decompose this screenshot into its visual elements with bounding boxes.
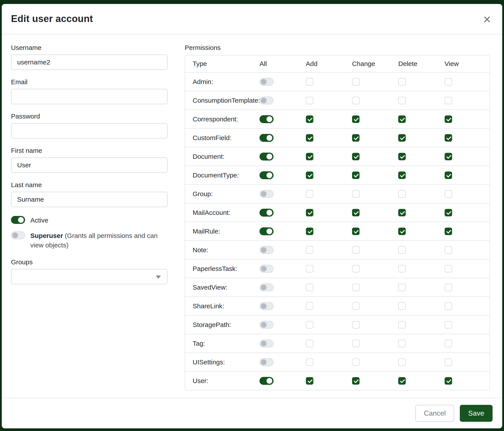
permission-add-checkbox[interactable] <box>306 359 313 366</box>
permission-delete-checkbox[interactable] <box>398 171 406 179</box>
cancel-button[interactable]: Cancel <box>415 405 454 422</box>
toggle-knob <box>261 98 267 103</box>
permission-all-toggle[interactable] <box>260 283 274 291</box>
permission-add-checkbox[interactable] <box>306 321 313 329</box>
permission-view-checkbox[interactable] <box>445 134 452 142</box>
permission-change-checkbox[interactable] <box>352 246 360 254</box>
permission-delete-checkbox[interactable] <box>398 78 406 86</box>
permission-add-checkbox[interactable] <box>306 153 313 160</box>
permission-all-toggle[interactable] <box>260 153 274 161</box>
permission-view-checkbox[interactable] <box>445 321 452 329</box>
permission-delete-checkbox[interactable] <box>398 97 406 104</box>
permission-change-checkbox[interactable] <box>352 265 360 272</box>
superuser-toggle[interactable] <box>11 231 25 239</box>
permission-add-checkbox[interactable] <box>306 284 313 291</box>
permission-delete-checkbox[interactable] <box>398 209 406 216</box>
permission-all-toggle[interactable] <box>260 97 274 104</box>
permission-change-checkbox[interactable] <box>352 190 360 198</box>
permission-add-checkbox[interactable] <box>306 228 313 235</box>
permission-view-checkbox[interactable] <box>445 190 452 198</box>
permission-all-toggle[interactable] <box>260 377 274 385</box>
permission-add-checkbox[interactable] <box>306 97 313 104</box>
permission-all-toggle[interactable] <box>260 190 274 198</box>
permission-delete-checkbox[interactable] <box>398 377 406 385</box>
permission-all-toggle[interactable] <box>260 340 274 347</box>
permission-add-checkbox[interactable] <box>306 246 313 254</box>
permission-change-checkbox[interactable] <box>352 171 360 179</box>
permission-change-checkbox[interactable] <box>352 321 360 329</box>
permission-change-checkbox[interactable] <box>352 209 360 216</box>
permission-delete-checkbox[interactable] <box>398 302 406 310</box>
permission-change-checkbox[interactable] <box>352 78 360 86</box>
permission-all-toggle[interactable] <box>260 302 274 310</box>
permission-change-checkbox[interactable] <box>352 134 360 142</box>
active-toggle[interactable] <box>11 216 25 224</box>
permission-view-checkbox[interactable] <box>445 246 452 254</box>
permission-add-checkbox[interactable] <box>306 265 313 272</box>
permission-change-checkbox[interactable] <box>352 116 360 123</box>
permission-change-checkbox[interactable] <box>352 228 360 235</box>
permission-delete-checkbox[interactable] <box>398 265 406 272</box>
permission-view-checkbox[interactable] <box>445 116 452 123</box>
permission-row: Document: <box>185 147 489 166</box>
permission-view-checkbox[interactable] <box>445 284 452 291</box>
permission-view-checkbox[interactable] <box>445 265 452 272</box>
permission-change-checkbox[interactable] <box>352 153 360 160</box>
email-label: Email <box>11 78 168 86</box>
permission-view-checkbox[interactable] <box>445 153 452 160</box>
save-button[interactable]: Save <box>460 405 493 422</box>
permission-delete-checkbox[interactable] <box>398 134 406 142</box>
permission-view-checkbox[interactable] <box>445 228 452 235</box>
permission-delete-checkbox[interactable] <box>398 321 406 329</box>
permission-delete-checkbox[interactable] <box>398 228 406 235</box>
permission-view-checkbox[interactable] <box>445 78 452 86</box>
permission-add-checkbox[interactable] <box>306 340 313 347</box>
permission-delete-checkbox[interactable] <box>398 340 406 347</box>
permission-view-checkbox[interactable] <box>445 171 452 179</box>
permission-add-checkbox[interactable] <box>306 134 313 142</box>
permission-delete-checkbox[interactable] <box>398 359 406 366</box>
close-button[interactable]: ✕ <box>481 14 493 26</box>
permission-add-checkbox[interactable] <box>306 78 313 86</box>
permission-delete-checkbox[interactable] <box>398 190 406 198</box>
permission-all-toggle[interactable] <box>260 171 274 179</box>
permission-all-toggle[interactable] <box>260 321 274 329</box>
permission-delete-checkbox[interactable] <box>398 284 406 291</box>
permission-all-toggle[interactable] <box>260 78 274 86</box>
permission-view-checkbox[interactable] <box>445 340 452 347</box>
permission-all-toggle[interactable] <box>260 246 274 254</box>
permission-change-checkbox[interactable] <box>352 377 360 385</box>
permission-row: DocumentType: <box>185 166 489 184</box>
password-input[interactable] <box>11 123 168 139</box>
permission-view-checkbox[interactable] <box>445 359 452 366</box>
permission-view-checkbox[interactable] <box>445 302 452 310</box>
email-input[interactable] <box>11 89 168 104</box>
permission-all-toggle[interactable] <box>260 265 274 273</box>
permission-change-checkbox[interactable] <box>352 302 360 310</box>
username-input[interactable] <box>11 54 168 70</box>
permission-add-checkbox[interactable] <box>306 190 313 198</box>
permission-add-checkbox[interactable] <box>306 377 313 385</box>
groups-select[interactable] <box>11 269 168 284</box>
permission-change-checkbox[interactable] <box>352 284 360 291</box>
permission-delete-checkbox[interactable] <box>398 153 406 160</box>
permission-add-checkbox[interactable] <box>306 302 313 310</box>
permission-all-toggle[interactable] <box>260 358 274 366</box>
permission-add-checkbox[interactable] <box>306 116 313 123</box>
permission-change-checkbox[interactable] <box>352 340 360 347</box>
permission-delete-checkbox[interactable] <box>398 246 406 254</box>
permission-all-toggle[interactable] <box>260 209 274 217</box>
permission-change-checkbox[interactable] <box>352 359 360 366</box>
permission-view-checkbox[interactable] <box>445 377 452 385</box>
permission-all-toggle[interactable] <box>260 115 274 123</box>
permission-view-checkbox[interactable] <box>445 209 452 216</box>
permission-delete-checkbox[interactable] <box>398 116 406 123</box>
permission-add-checkbox[interactable] <box>306 171 313 179</box>
permission-view-checkbox[interactable] <box>445 97 452 104</box>
permission-all-toggle[interactable] <box>260 134 274 142</box>
permission-all-toggle[interactable] <box>260 227 274 235</box>
permission-add-checkbox[interactable] <box>306 209 313 216</box>
first-name-input[interactable] <box>11 157 168 173</box>
last-name-input[interactable] <box>11 192 168 207</box>
permission-change-checkbox[interactable] <box>352 97 360 104</box>
